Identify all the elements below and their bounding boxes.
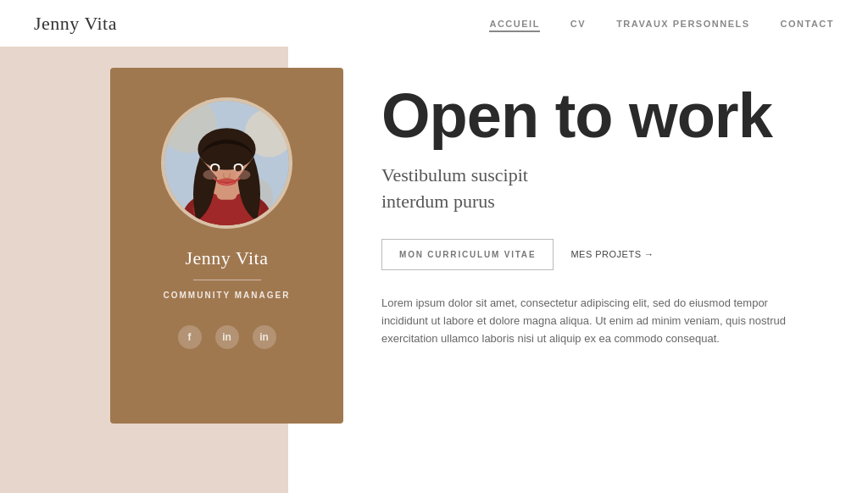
cv-button[interactable]: MON CURRICULUM VITAE (381, 239, 554, 270)
header: Jenny Vita ACCUEIL CV TRAVAUX PERSONNELS… (0, 0, 868, 47)
linkedin-icon-1[interactable]: in (215, 325, 239, 349)
linkedin-icon-2[interactable]: in (253, 325, 276, 349)
logo: Jenny Vita (34, 13, 117, 35)
hero-buttons: MON CURRICULUM VITAE MES PROJETS → (381, 239, 834, 270)
card-social-links: f in in (178, 325, 276, 370)
nav-cv[interactable]: CV (570, 19, 586, 29)
hero-description: Lorem ipsum dolor sit amet, consectetur … (381, 294, 788, 348)
card-divider (193, 280, 261, 280)
nav-accueil[interactable]: ACCUEIL (489, 19, 539, 29)
hero-subtitle: Vestibulum suscipit interdum purus (381, 163, 834, 215)
card-job-title: COMMUNITY MANAGER (164, 291, 291, 300)
svg-point-16 (217, 179, 236, 186)
nav-contact[interactable]: CONTACT (781, 19, 834, 29)
main-nav: ACCUEIL CV TRAVAUX PERSONNELS CONTACT (489, 19, 834, 29)
profile-card: Jenny Vita COMMUNITY MANAGER f in in (110, 68, 343, 424)
facebook-icon[interactable]: f (178, 325, 202, 349)
avatar (161, 97, 292, 229)
hero-headline: Open to work (381, 85, 834, 147)
projets-button[interactable]: MES PROJETS → (570, 249, 654, 259)
hero-section: Open to work Vestibulum suscipit interdu… (381, 85, 834, 348)
nav-travaux[interactable]: TRAVAUX PERSONNELS (616, 19, 749, 29)
svg-point-14 (203, 170, 218, 180)
card-name: Jenny Vita (186, 247, 269, 269)
svg-point-15 (236, 170, 250, 180)
